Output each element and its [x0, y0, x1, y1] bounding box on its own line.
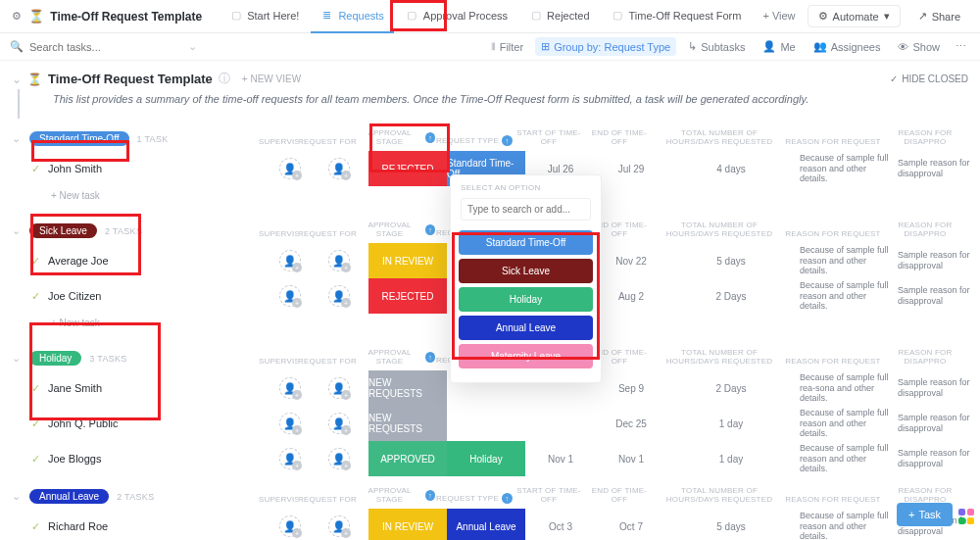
- col-approval-stage[interactable]: APPROVAL STAGE↑: [357, 486, 435, 504]
- cell-supervisor[interactable]: 👤+: [270, 441, 310, 476]
- check-icon[interactable]: ✓: [31, 290, 40, 303]
- assign-avatar[interactable]: 👤+: [328, 515, 350, 537]
- tab-request-form[interactable]: ▢Time-Off Request Form: [602, 0, 752, 33]
- cell-end[interactable]: Oct 7: [596, 509, 666, 540]
- cell-end[interactable]: Nov 1: [596, 441, 666, 476]
- assign-avatar[interactable]: 👤+: [328, 413, 350, 434]
- cell-request-for[interactable]: 👤+: [310, 278, 368, 314]
- group-chip[interactable]: Standard Time-Off: [29, 131, 129, 146]
- cell-request-for[interactable]: 👤+: [310, 509, 368, 540]
- cell-approval-stage[interactable]: IN REVIEW: [368, 509, 447, 540]
- col-disapproval[interactable]: REASON FOR DISAPPRO: [882, 348, 968, 366]
- col-supervisor[interactable]: SUPERVISOR: [259, 137, 298, 146]
- cell-approval-stage[interactable]: IN REVIEW: [368, 243, 447, 278]
- group-chip[interactable]: Sick Leave: [29, 223, 97, 238]
- cell-start[interactable]: Oct 3: [525, 509, 596, 540]
- cell-reason[interactable]: Because of sample full reason and other …: [796, 278, 894, 314]
- col-approval-stage[interactable]: APPROVAL STAGE↑: [357, 348, 435, 366]
- search-input[interactable]: [29, 38, 176, 56]
- cell-approval-stage[interactable]: REJECTED: [368, 151, 447, 186]
- col-request-for[interactable]: REQUEST FOR: [298, 495, 357, 504]
- apps-icon[interactable]: [956, 507, 976, 526]
- cell-reason[interactable]: Because of sample full rea-sona and othe…: [796, 370, 894, 406]
- search-box[interactable]: 🔍 ⌄: [10, 38, 479, 56]
- dropdown-option[interactable]: Holiday: [459, 287, 593, 312]
- col-reason[interactable]: REASON FOR REQUEST: [784, 357, 882, 366]
- col-supervisor[interactable]: SUPERVISOR: [259, 495, 298, 504]
- col-disapproval[interactable]: REASON FOR DISAPPRO: [882, 128, 968, 146]
- cell-end[interactable]: Sep 9: [596, 370, 666, 406]
- cell-reason[interactable]: Because of sample full reason and other …: [796, 243, 894, 278]
- check-icon[interactable]: ✓: [31, 382, 40, 395]
- cell-reason[interactable]: Because of sample full reason and other …: [796, 406, 894, 441]
- cell-reason[interactable]: Because of sample full reason and other …: [796, 441, 894, 476]
- cell-approval-stage[interactable]: REJECTED: [368, 278, 447, 314]
- col-reason[interactable]: REASON FOR REQUEST: [784, 229, 882, 238]
- task-row[interactable]: ✓ Richard Roe 👤+ 👤+ IN REVIEW Annual Lea…: [0, 509, 980, 540]
- col-request-type[interactable]: REQUEST TYPE↑: [435, 493, 514, 504]
- dropdown-option[interactable]: Sick Leave: [459, 259, 593, 283]
- automate-button[interactable]: ⚙Automate▾: [808, 5, 901, 27]
- col-total[interactable]: TOTAL NUMBER OF HOURS/DAYS REQUESTED: [655, 486, 784, 504]
- tab-start-here[interactable]: ▢Start Here!: [220, 0, 309, 33]
- cell-request-type[interactable]: [447, 406, 525, 441]
- cell-disapproval[interactable]: Sample reason for disapproval: [894, 243, 980, 278]
- cell-end[interactable]: Dec 25: [596, 406, 666, 441]
- assign-avatar[interactable]: 👤+: [328, 285, 350, 307]
- info-icon[interactable]: ⓘ: [219, 71, 230, 87]
- dropdown-option[interactable]: Standard Time-Off: [459, 230, 593, 255]
- check-icon[interactable]: ✓: [31, 520, 40, 533]
- dropdown-search-input[interactable]: [461, 198, 591, 221]
- assign-avatar[interactable]: 👤+: [279, 448, 301, 469]
- assign-avatar[interactable]: 👤+: [279, 515, 301, 537]
- assign-avatar[interactable]: 👤+: [279, 377, 301, 399]
- share-button[interactable]: ↗Share: [908, 6, 970, 26]
- cell-disapproval[interactable]: Sample reason for disapproval: [894, 441, 980, 476]
- cell-end[interactable]: Aug 2: [596, 278, 666, 314]
- show-button[interactable]: 👁Show: [892, 38, 946, 56]
- assign-avatar[interactable]: 👤+: [328, 448, 350, 469]
- assign-avatar[interactable]: 👤+: [279, 413, 301, 434]
- group-toggle-icon[interactable]: ⌄: [12, 132, 29, 145]
- check-icon[interactable]: ✓: [31, 255, 40, 268]
- cell-request-for[interactable]: 👤+: [310, 441, 368, 476]
- cell-request-for[interactable]: 👤+: [310, 243, 368, 278]
- group-toggle-icon[interactable]: ⌄: [12, 224, 29, 237]
- col-disapproval[interactable]: REASON FOR DISAPPRO: [882, 221, 968, 238]
- check-icon[interactable]: ✓: [31, 417, 40, 430]
- col-request-for[interactable]: REQUEST FOR: [298, 357, 357, 366]
- cell-total[interactable]: 5 days: [666, 243, 796, 278]
- cell-disapproval[interactable]: Sample reason for disapproval: [894, 278, 980, 314]
- cell-total[interactable]: 4 days: [666, 151, 796, 186]
- cell-total[interactable]: 5 days: [666, 509, 796, 540]
- cell-total[interactable]: 2 Days: [666, 370, 796, 406]
- cell-start[interactable]: [525, 406, 596, 441]
- cell-disapproval[interactable]: Sample reason for disapproval: [894, 406, 980, 441]
- hide-closed-button[interactable]: ✓ HIDE CLOSED: [890, 74, 968, 84]
- new-task-fab[interactable]: + Task: [897, 503, 953, 526]
- add-view-button[interactable]: + View: [753, 0, 805, 33]
- me-button[interactable]: 👤Me: [757, 37, 801, 56]
- assign-avatar[interactable]: 👤+: [279, 285, 301, 307]
- tab-approval-process[interactable]: ▢Approval Process: [396, 0, 517, 33]
- group-toggle-icon[interactable]: ⌄: [12, 352, 29, 365]
- more-icon[interactable]: ⋯: [952, 40, 970, 53]
- cell-request-type[interactable]: Holiday: [447, 441, 525, 476]
- col-approval-stage[interactable]: APPROVAL STAGE↑: [357, 221, 435, 238]
- col-reason[interactable]: REASON FOR REQUEST: [784, 495, 882, 504]
- cell-approval-stage[interactable]: APPROVED: [368, 441, 447, 476]
- cell-supervisor[interactable]: 👤+: [270, 509, 310, 540]
- group-chip[interactable]: Holiday: [29, 351, 81, 366]
- task-row[interactable]: ✓ John Q. Public 👤+ 👤+ NEW REQUESTS Dec …: [0, 406, 980, 441]
- assign-avatar[interactable]: 👤+: [328, 377, 350, 399]
- settings-icon[interactable]: ⚙: [10, 6, 23, 27]
- col-reason[interactable]: REASON FOR REQUEST: [784, 137, 882, 146]
- cell-total[interactable]: 2 Days: [666, 278, 796, 314]
- col-approval-stage[interactable]: APPROVAL STAGE↑: [357, 128, 435, 146]
- group-chip[interactable]: Annual Leave: [29, 489, 109, 504]
- check-icon[interactable]: ✓: [31, 453, 40, 466]
- col-start[interactable]: START OF TIME-OFF: [514, 128, 584, 146]
- check-icon[interactable]: ✓: [31, 163, 40, 175]
- assign-avatar[interactable]: 👤+: [328, 158, 350, 179]
- cell-disapproval[interactable]: Sample reason for disapproval: [894, 370, 980, 406]
